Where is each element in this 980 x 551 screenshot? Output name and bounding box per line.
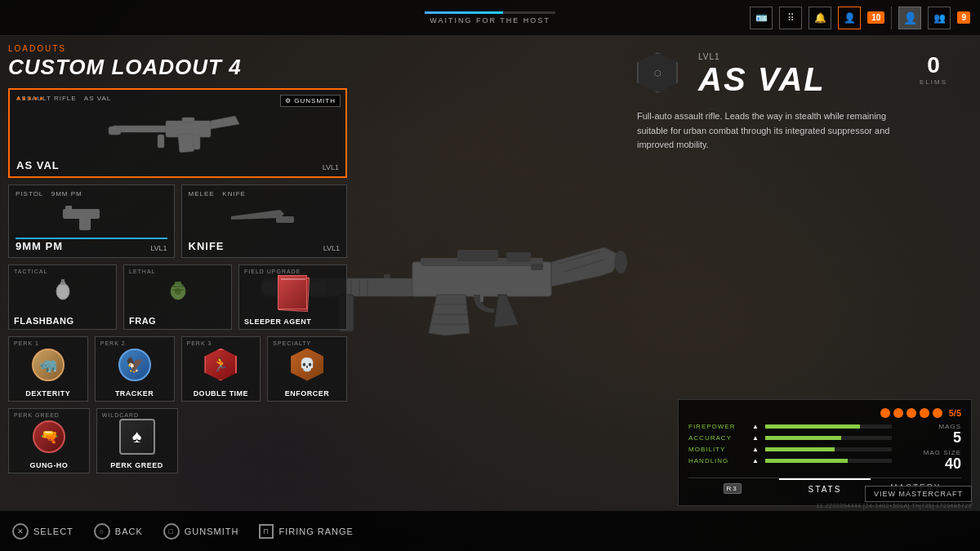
perk-greed-slot[interactable]: PERK GREED 🔫 GUNG-HO [8,408,90,473]
gunsmith-badge[interactable]: ⚙ GUNSMITH [280,95,341,107]
firing-range-button[interactable]: ⊓ FIRING RANGE [259,524,353,539]
perk-3-type: SPECIALTY [273,340,341,346]
pistol-level: LVL1 [150,244,167,252]
extra-perks-row: PERK GREED 🔫 GUNG-HO WILDCARD ♠ PERK GRE… [8,408,178,473]
svg-rect-43 [457,250,498,261]
secondary-row: PISTOL 9MM PM 9MM PM LVL1 MELEE [8,184,347,258]
loading-bar [425,11,555,14]
svg-marker-3 [211,116,239,129]
id-icon[interactable]: 🪪 [750,7,773,29]
lethal-icon [129,274,226,311]
svg-rect-35 [531,264,543,270]
field-upgrade-slot[interactable]: FIELD UPGRADE SLEEPER AGENT [238,264,347,330]
perk-1-name: TRACKER [96,389,174,398]
primary-weapon-level: LVL1 [323,163,339,171]
loadout-title: CUSTOM LOADOUT 4 [8,55,347,80]
perk-3-name: ENFORCER [268,389,346,398]
back-label: BACK [115,527,143,536]
back-icon: ○ [94,523,110,540]
perk-slot-0[interactable]: PERK 1 🦏 DEXTERITY [8,336,88,402]
loading-bar-fill [425,11,503,14]
svg-point-13 [56,283,69,300]
player-count: 9 [957,11,970,24]
pistol-name: 9MM PM [16,240,63,252]
grid-icon[interactable]: ⠿ [779,7,802,29]
melee-type: MELEE KNIFE [189,190,341,198]
perk-1-type: PERK 2 [100,340,169,346]
svg-rect-7 [158,135,164,148]
perk-greed-icon: 🔫 [14,418,84,455]
left-panel: LOADOUTS CUSTOM LOADOUT 4 ASSAULT RIFLE … [0,36,355,510]
svg-rect-9 [79,217,91,230]
perks-row: PERK 1 🦏 DEXTERITY PERK 2 🦅 TRACKER PERK… [8,336,347,402]
perk-2-icon: 🏃 [187,346,256,383]
perk-1-icon: 🦅 [100,346,169,383]
loadouts-label: LOADOUTS [8,44,347,53]
right-panel: ⬡ 0 ELIMS LVL1 AS VAL Full-auto assault … [621,36,980,510]
perk-slot-3[interactable]: SPECIALTY 💀 ENFORCER [267,336,347,402]
tactical-name: FLASHBANG [14,316,74,326]
svg-rect-34 [506,252,531,262]
weapon-info-right: 0 ELIMS LVL1 AS VAL [698,52,964,101]
view-mastercraft-label: VIEW MASTERCRAFT [874,490,963,498]
firing-range-label: FIRING RANGE [278,527,353,536]
primary-weapon-slot[interactable]: ASSAULT RIFLE AS VAL ● ● ● ● ● ⚙ GUNSMIT… [8,88,347,178]
pistol-progress [16,238,167,239]
pistol-icon [16,199,167,232]
back-button[interactable]: ○ BACK [94,523,143,540]
gunsmith-button[interactable]: □ GUNSMITH [163,523,239,540]
melee-name: KNIFE [189,240,225,252]
lethal-slot[interactable]: LETHAL FRAG [123,264,232,330]
lethal-name: FRAG [129,316,156,326]
select-button[interactable]: ✕ SELECT [12,523,74,540]
svg-rect-32 [412,262,551,296]
pistol-slot[interactable]: PISTOL 9MM PM 9MM PM LVL1 [8,184,175,258]
field-upgrade-icon [244,274,341,311]
svg-rect-6 [182,118,194,122]
perk-2-name: DOUBLE TIME [182,389,261,398]
field-upgrade-name: SLEEPER AGENT [244,318,311,326]
perk-slot-2[interactable]: PERK 3 🏃 DOUBLE TIME [181,336,261,402]
gunsmith-label: GUNSMITH [185,527,239,536]
weapon-description: Full-auto assault rifle. Leads the way i… [637,109,915,153]
equipment-row: TACTICAL FLASHBANG LETHAL [8,264,347,330]
select-icon: ✕ [12,523,29,540]
top-bar: WAITING FOR THE HOST 🪪 ⠿ 🔔 👤 10 👤 👥 9 [0,0,980,36]
coordinates-text: 11.2203894444 [24-3402+501A] Th[739] 172… [816,503,972,509]
elims-number: 0 [920,52,947,78]
svg-rect-12 [276,216,294,223]
perk-0-name: DEXTERITY [9,389,87,398]
stars-rating: ● ● ● ● ● [16,95,43,102]
top-bar-right: 🪪 ⠿ 🔔 👤 10 👤 👥 9 [750,7,970,29]
bottom-bar: ✕ SELECT ○ BACK □ GUNSMITH ⊓ FIRING RANG… [0,510,980,551]
elims-block: 0 ELIMS [920,52,947,86]
weapon-hex-badge: ⬡ [637,52,678,93]
svg-rect-10 [65,206,72,211]
primary-weapon-icon [16,104,339,157]
melee-slot[interactable]: MELEE KNIFE KNIFE LVL1 [181,184,348,258]
player-icon[interactable]: 👤 [838,7,861,29]
svg-rect-36 [480,292,483,302]
perk-greed-type: PERK GREED [14,412,84,418]
svg-rect-5 [178,133,194,152]
perk-greed-name: GUNG-HO [9,461,89,469]
wildcard-name: PERK GREED [97,461,177,469]
friends-icon[interactable]: 👥 [928,7,951,29]
perk-0-icon: 🦏 [14,346,82,383]
wildcard-slot[interactable]: WILDCARD ♠ PERK GREED [96,408,178,473]
wildcard-type: WILDCARD [102,412,172,418]
bell-icon[interactable]: 🔔 [808,7,831,29]
perk-0-type: PERK 1 [14,340,82,346]
lethal-label: LETHAL [129,269,226,274]
perk-slot-1[interactable]: PERK 2 🦅 TRACKER [95,336,175,402]
melee-icon [189,199,341,232]
svg-rect-1 [109,127,121,135]
tactical-slot[interactable]: TACTICAL FLASHBANG [8,264,117,330]
perk-3-icon: 💀 [273,346,341,383]
weapon-info-header: ⬡ 0 ELIMS LVL1 AS VAL [637,52,964,101]
tactical-icon [14,274,111,311]
firing-range-icon: ⊓ [259,524,274,539]
melee-level: LVL1 [323,244,340,252]
perk-2-type: PERK 3 [187,340,256,346]
view-mastercraft-button[interactable]: VIEW MASTERCRAFT [865,486,972,502]
